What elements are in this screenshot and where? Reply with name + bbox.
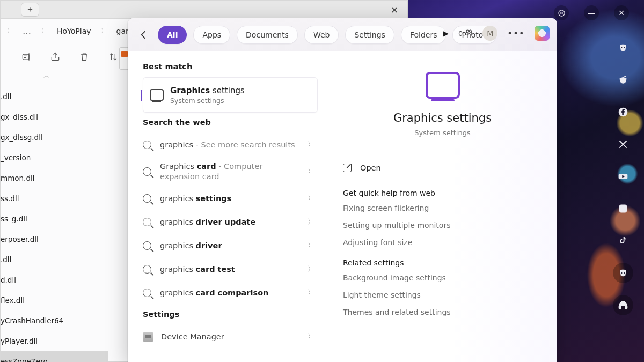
help-link[interactable]: Light theme settings <box>343 291 542 299</box>
collapse-icon[interactable]: ︿ <box>43 71 50 80</box>
facebook-icon[interactable] <box>613 102 633 122</box>
web-result[interactable]: Graphics card - Computer expansion card〉 <box>143 157 318 187</box>
filter-tab-apps[interactable]: Apps <box>193 26 230 44</box>
discord-icon[interactable] <box>613 38 633 58</box>
file-row[interactable]: yPlayer.dll <box>1 331 108 351</box>
windows-search-panel: AllAppsDocumentsWebSettingsFoldersPhotos… <box>128 18 557 362</box>
rename-icon[interactable] <box>21 51 32 62</box>
device-manager-icon <box>143 332 153 342</box>
filter-tab-folders[interactable]: Folders <box>401 26 447 44</box>
reddit-icon[interactable] <box>613 70 633 90</box>
copilot-icon[interactable] <box>535 26 550 41</box>
web-result[interactable]: graphics card test〉 <box>143 257 318 281</box>
window-minimize-button[interactable]: ― <box>584 5 599 20</box>
section-search-web: Search the web <box>143 118 318 127</box>
web-result[interactable]: graphics driver〉 <box>143 234 318 257</box>
file-row[interactable]: essZoneZero <box>1 351 108 362</box>
file-row[interactable]: _version <box>1 147 108 168</box>
chevron-right-icon: 〉 <box>308 140 314 150</box>
search-icon <box>143 218 151 226</box>
settings-result-label: Device Manager <box>161 332 238 342</box>
help-link[interactable]: Background image settings <box>343 274 542 282</box>
tiktok-icon[interactable] <box>613 231 633 251</box>
game-window-buttons: ― ✕ <box>554 5 629 20</box>
best-match-result[interactable]: Graphics settings System settings <box>143 77 318 113</box>
back-button[interactable] <box>134 26 152 44</box>
help-link[interactable]: Themes and related settings <box>343 308 542 316</box>
web-result-text: graphics card test <box>160 264 249 275</box>
filter-tab-all[interactable]: All <box>158 26 187 44</box>
discord2-icon[interactable] <box>613 263 633 283</box>
instagram-icon[interactable] <box>613 198 633 219</box>
help-link[interactable]: Adjusting font size <box>343 238 542 247</box>
breadcrumb-overflow[interactable]: … <box>23 26 32 36</box>
web-result-text: graphics driver <box>160 241 236 251</box>
filter-tab-web[interactable]: Web <box>304 26 339 44</box>
sort-icon[interactable] <box>108 51 119 62</box>
file-row[interactable]: mmon.dll <box>1 168 108 188</box>
window-close-button[interactable]: ✕ <box>614 5 629 20</box>
svg-point-13 <box>625 206 626 207</box>
open-action[interactable]: Open <box>343 159 542 177</box>
rewards-points[interactable]: 0 <box>458 29 473 38</box>
svg-rect-16 <box>619 306 621 309</box>
file-row[interactable]: .dll <box>1 249 108 270</box>
file-row[interactable]: erposer.dll <box>1 229 108 249</box>
chevron-right-icon: 〉 <box>40 27 48 35</box>
play-icon[interactable]: ▶ <box>443 29 449 38</box>
help-link[interactable]: Setting up multiple monitors <box>343 221 542 230</box>
more-options-icon[interactable]: ••• <box>507 28 525 39</box>
chevron-right-icon: 〉 <box>308 264 314 274</box>
web-result[interactable]: graphics card comparison〉 <box>143 281 318 305</box>
filter-tab-settings[interactable]: Settings <box>345 26 394 44</box>
x-icon[interactable] <box>613 134 633 154</box>
svg-point-3 <box>621 47 622 48</box>
headset-icon[interactable] <box>613 295 633 315</box>
chevron-right-icon: 〉 <box>308 194 314 203</box>
display-icon <box>150 89 164 101</box>
search-results-list: Best match Graphics settings System sett… <box>128 51 327 362</box>
settings-result[interactable]: Device Manager 〉 <box>143 325 318 349</box>
divider <box>343 150 542 150</box>
user-avatar[interactable]: M <box>482 26 497 41</box>
chevron-right-icon: 〉 <box>6 27 14 35</box>
open-label: Open <box>360 164 381 172</box>
search-detail-pane: Graphics settings System settings Open G… <box>327 51 557 362</box>
filter-tab-documents[interactable]: Documents <box>237 26 298 44</box>
svg-point-12 <box>621 207 625 211</box>
svg-point-5 <box>620 77 626 84</box>
search-icon <box>143 265 151 274</box>
file-row[interactable]: gx_dlss.dll <box>1 107 108 127</box>
svg-point-7 <box>625 78 626 80</box>
web-result[interactable]: graphics - See more search results〉 <box>143 133 318 157</box>
chevron-right-icon: 〉 <box>308 217 314 227</box>
delete-icon[interactable] <box>79 51 90 62</box>
file-list: .dllgx_dlss.dllgx_dlssg.dll_versionmmon.… <box>1 86 108 362</box>
chevron-right-icon: 〉 <box>100 27 108 35</box>
breadcrumb-item[interactable]: HoYoPlay <box>57 27 91 35</box>
web-result-text: graphics settings <box>160 194 245 204</box>
svg-point-15 <box>624 272 625 274</box>
file-row[interactable]: ss.dll <box>1 188 108 209</box>
youtube-icon[interactable] <box>613 166 633 187</box>
web-result[interactable]: graphics driver update〉 <box>143 210 318 234</box>
svg-point-1 <box>560 12 562 14</box>
file-row[interactable]: ss_g.dll <box>1 209 108 229</box>
detail-subtitle: System settings <box>343 129 542 137</box>
open-external-icon <box>343 164 352 172</box>
svg-point-2 <box>558 10 564 16</box>
file-row[interactable]: d.dll <box>1 270 108 290</box>
file-row[interactable]: .dll <box>1 86 108 107</box>
settings-gear-icon[interactable] <box>554 5 569 20</box>
search-icon <box>143 289 151 297</box>
related-section-header: Related settings <box>343 258 542 267</box>
new-tab-button[interactable]: ＋ <box>21 3 39 17</box>
web-result[interactable]: graphics settings〉 <box>143 187 318 210</box>
share-icon[interactable] <box>50 51 61 62</box>
chevron-right-icon: 〉 <box>308 332 314 342</box>
file-row[interactable]: flex.dll <box>1 290 108 311</box>
help-link[interactable]: Fixing screen flickering <box>343 204 542 212</box>
file-row[interactable]: yCrashHandler64 <box>1 311 108 331</box>
window-close-button[interactable]: ✕ <box>382 1 407 19</box>
file-row[interactable]: gx_dlssg.dll <box>1 127 108 147</box>
